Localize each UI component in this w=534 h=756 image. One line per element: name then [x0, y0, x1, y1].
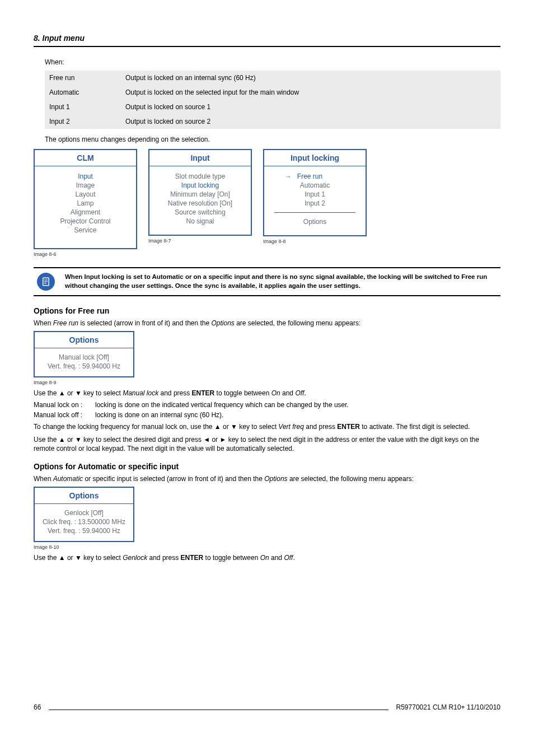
definition-term: Manual lock on :	[34, 401, 95, 409]
menu-item: Manual lock [Off]	[38, 353, 130, 362]
menu-item: Slot module type	[154, 172, 246, 181]
definition-row: Manual lock on : locking is done on the …	[34, 401, 500, 409]
definition-desc: locking is done on the indicated vertica…	[95, 401, 349, 409]
document-icon	[41, 277, 51, 287]
menu-item: Layout	[39, 190, 132, 199]
header-rule	[34, 46, 500, 47]
section-free-run-title: Options for Free run	[34, 306, 500, 315]
menu-item-selected: Free run	[297, 172, 322, 180]
options-table: Free run Output is locked on an internal…	[45, 71, 500, 129]
section-auto-title: Options for Automatic or specific input	[34, 462, 500, 471]
opt-desc: Output is locked on an internal sync (60…	[121, 71, 500, 85]
menu-item: Automatic	[269, 181, 361, 190]
menu-item: Input 2	[269, 199, 361, 208]
image-caption: Image 8-6	[34, 251, 137, 257]
clm-menu-box: CLM Input Image Layout Lamp Alignment Pr…	[34, 149, 137, 249]
opt-name: Input 2	[45, 114, 121, 129]
menu-title: Options	[35, 332, 133, 348]
menu-item: Alignment	[39, 208, 132, 217]
menu-item: Minimum delay [On]	[154, 190, 246, 199]
opt-desc: Output is locked on the selected input f…	[121, 85, 500, 100]
input-menu-box: Input Slot module type Input locking Min…	[148, 149, 252, 236]
opt-desc: Output is locked on source 1	[121, 100, 500, 114]
info-note-text: When Input locking is set to Automatic o…	[65, 273, 500, 290]
menu-item: Genlock [Off]	[38, 508, 130, 517]
page-header-title: 8. Input menu	[34, 34, 500, 43]
free-run-digit-nav: Use the ▲ or ▼ key to select the desired…	[34, 435, 500, 453]
menu-item: Image	[39, 181, 132, 190]
table-row: Free run Output is locked on an internal…	[45, 71, 500, 85]
menu-item: Native resolution [On]	[154, 199, 246, 208]
page-footer: 66 R59770021 CLM R10+ 11/10/2010	[34, 703, 500, 711]
definition-desc: locking is done on an internal sync (60 …	[95, 411, 223, 419]
options-auto-menu: Options Genlock [Off] Click freq. : 13.5…	[34, 487, 134, 542]
free-run-change-freq: To change the locking frequency for manu…	[34, 422, 500, 431]
menu-item: Lamp	[39, 199, 132, 208]
menu-item: Input 1	[269, 190, 361, 199]
opt-name: Input 1	[45, 100, 121, 114]
auto-use-line: Use the ▲ or ▼ key to select Genlock and…	[34, 553, 500, 562]
arrow-right-icon: →	[285, 172, 292, 180]
table-row: Input 1 Output is locked on source 1	[45, 100, 500, 114]
when-label: When:	[45, 58, 500, 66]
menu-item: Click freq. : 13.500000 MHz	[38, 517, 130, 526]
input-locking-menu-box: Input locking → Free run Automatic Input…	[263, 149, 367, 236]
menu-item: Vert. freq. : 59.94000 Hz	[38, 362, 130, 371]
free-run-use-line: Use the ▲ or ▼ key to select Manual lock…	[34, 389, 500, 398]
image-caption: Image 8-8	[263, 239, 367, 244]
definition-term: Manual lock off :	[34, 411, 95, 419]
footer-doc-id: R59770021 CLM R10+ 11/10/2010	[396, 703, 500, 711]
image-caption: Image 8-9	[34, 380, 134, 385]
menu-separator	[274, 212, 355, 213]
options-change-note: The options menu changes depending on th…	[45, 136, 500, 143]
info-note-icon	[37, 273, 55, 291]
table-row: Input 2 Output is locked on source 2	[45, 114, 500, 129]
auto-intro: When Automatic or specific input is sele…	[34, 474, 500, 483]
menu-title: Options	[35, 488, 133, 504]
opt-name: Automatic	[45, 85, 121, 100]
page-number: 66	[34, 703, 41, 711]
menu-item: Source switching	[154, 208, 246, 217]
table-row: Automatic Output is locked on the select…	[45, 85, 500, 100]
options-free-run-menu: Options Manual lock [Off] Vert. freq. : …	[34, 331, 134, 377]
menu-title: Input locking	[264, 150, 366, 166]
info-note: When Input locking is set to Automatic o…	[34, 267, 500, 296]
menu-item: No signal	[154, 217, 246, 226]
opt-desc: Output is locked on source 2	[121, 114, 500, 129]
menu-item-selected: Input	[39, 172, 132, 181]
definition-row: Manual lock off : locking is done on an …	[34, 411, 500, 419]
menu-item: Service	[39, 226, 132, 235]
image-caption: Image 8-10	[34, 544, 134, 550]
opt-name: Free run	[45, 71, 121, 85]
menu-item: Projector Control	[39, 217, 132, 226]
footer-rule	[49, 710, 388, 710]
menu-item: Vert. freq. : 59.94000 Hz	[38, 526, 130, 535]
menu-item-options: Options	[269, 217, 361, 226]
menu-title: CLM	[35, 150, 136, 166]
image-caption: Image 8-7	[148, 238, 252, 244]
free-run-intro: When Free run is selected (arrow in fron…	[34, 319, 500, 328]
menu-item-highlight: Input locking	[154, 181, 246, 190]
menu-title: Input	[149, 150, 251, 166]
